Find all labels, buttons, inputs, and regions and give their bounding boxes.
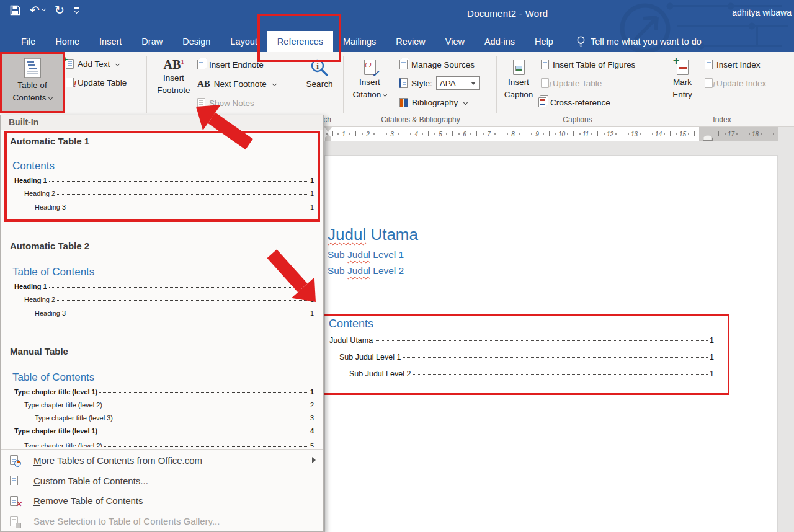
save-selection-icon xyxy=(10,516,18,526)
manage-sources-button[interactable]: Manage Sources xyxy=(399,58,475,71)
ruler-unit: 11 xyxy=(582,127,607,141)
insert-endnote-button[interactable]: Insert Endnote xyxy=(197,58,264,71)
redo-icon[interactable]: ↻ xyxy=(55,4,65,16)
ruler-unit: 18 xyxy=(752,127,776,141)
ribbon-tabs: File Home Insert Draw Design Layout Refe… xyxy=(11,31,708,52)
doc-toc-entry[interactable]: Sub Judul Level 21 xyxy=(349,370,714,378)
ruler-unit: 7 xyxy=(486,127,510,141)
update-index-button[interactable]: ! Update Index xyxy=(705,76,766,90)
style-icon xyxy=(399,78,408,88)
tab-references[interactable]: References xyxy=(267,31,333,52)
menu-item-more-tables-officecom[interactable]: More Tables of Contents from Office.com xyxy=(1,450,323,471)
tab-add-ins[interactable]: Add-ins xyxy=(475,31,525,52)
undo-dropdown-icon[interactable] xyxy=(42,7,46,11)
ruler-unit: 3 xyxy=(389,127,413,141)
user-name: adhitya wibawa xyxy=(732,7,792,17)
insert-footnote-button[interactable]: AB1 Insert Footnote xyxy=(153,55,195,95)
add-text-icon: + xyxy=(66,59,74,69)
tab-draw[interactable]: Draw xyxy=(132,31,172,52)
quick-access-toolbar: ↶ ↻ xyxy=(10,4,79,16)
insert-table-of-figures-button[interactable]: Insert Table of Figures xyxy=(541,58,635,71)
ruler-unit: 6 xyxy=(462,127,486,141)
insert-index-button[interactable]: Insert Index xyxy=(705,58,761,71)
save-icon[interactable] xyxy=(10,5,20,16)
doc-heading-2[interactable]: Sub Judul Level 1 xyxy=(328,249,404,260)
chevron-down-icon xyxy=(272,81,277,86)
menu-item-remove-table-of-contents[interactable]: ✕ Remove Table of Contents xyxy=(1,491,323,512)
horizontal-ruler: 123456789101112131415161718 xyxy=(324,127,778,141)
doc-toc-entry[interactable]: Sub Judul Level 11 xyxy=(339,353,714,361)
menu-item-custom-table-of-contents[interactable]: Custom Table of Contents... xyxy=(1,471,323,491)
doc-toc-entry[interactable]: Judul Utama1 xyxy=(329,336,714,345)
style-combobox[interactable]: APA xyxy=(436,76,480,90)
tab-help[interactable]: Help xyxy=(525,31,563,52)
ruler-unit: 9 xyxy=(534,127,558,141)
tab-mailings[interactable]: Mailings xyxy=(333,31,386,52)
insert-citation-button[interactable]: (−) ✓ Insert Citation xyxy=(347,55,392,100)
dropdown-separator xyxy=(1,449,323,450)
bibliography-icon xyxy=(399,98,408,107)
tab-layout[interactable]: Layout xyxy=(220,31,267,52)
dropdown-header: Built-In xyxy=(1,115,323,130)
tab-insert[interactable]: Insert xyxy=(89,31,132,52)
menu-item-save-selection-to-gallery[interactable]: Save Selection to Table of Contents Gall… xyxy=(1,511,323,531)
document-page[interactable]: Judul Utama Sub Judul Level 1 Sub Judul … xyxy=(324,155,778,532)
add-text-button[interactable]: + Add Text xyxy=(66,57,119,71)
group-divider xyxy=(297,56,297,113)
ruler-unit: 12 xyxy=(607,127,631,141)
show-notes-button[interactable]: Show Notes xyxy=(197,96,254,110)
insert-table-of-figures-icon xyxy=(541,60,549,69)
clipped-gallery-line: Type chapter title (level 2)5 xyxy=(1,441,323,447)
group-label-citations: Citations & Bibliography xyxy=(345,115,496,124)
word-window: ↶ ↻ Document2 - Word adhitya wibawa File… xyxy=(0,0,794,532)
lightbulb-icon xyxy=(577,36,585,48)
undo-button[interactable]: ↶ xyxy=(30,4,45,16)
insert-endnote-icon xyxy=(197,60,205,69)
left-indent-marker[interactable] xyxy=(325,138,331,141)
cross-reference-icon xyxy=(538,97,546,107)
manage-sources-icon xyxy=(399,60,408,69)
dropdown-menu: More Tables of Contents from Office.com … xyxy=(1,450,323,531)
group-divider xyxy=(659,56,659,113)
bibliography-button[interactable]: Bibliography xyxy=(399,95,467,109)
table-of-contents-button[interactable]: Table of Contents xyxy=(1,53,63,112)
custom-toc-icon xyxy=(10,476,18,485)
ruler-unit: 4 xyxy=(413,127,437,141)
tab-review[interactable]: Review xyxy=(386,31,435,52)
customize-quick-access-icon[interactable] xyxy=(74,7,79,13)
tab-design[interactable]: Design xyxy=(172,31,220,52)
mark-entry-button[interactable]: + Mark Entry xyxy=(665,55,700,100)
group-divider xyxy=(343,56,344,113)
tab-view[interactable]: View xyxy=(435,31,475,52)
svg-text:i: i xyxy=(316,61,319,71)
submenu-arrow-icon xyxy=(312,457,316,463)
update-index-icon: ! xyxy=(705,78,713,88)
table-of-contents-icon xyxy=(24,58,41,78)
update-table-captions-button[interactable]: ! Update Table xyxy=(541,76,602,90)
insert-caption-icon xyxy=(513,60,525,75)
chevron-down-icon xyxy=(463,100,468,104)
ruler-unit: 2 xyxy=(365,127,389,141)
doc-heading-1[interactable]: Judul Utama xyxy=(328,225,418,244)
insert-caption-button[interactable]: Insert Caption xyxy=(500,55,537,100)
toc-button-label-1: Table of xyxy=(17,81,47,91)
chevron-down-icon xyxy=(383,92,387,97)
chevron-down-icon xyxy=(115,61,120,66)
doc-toc-title[interactable]: Contents xyxy=(329,317,373,330)
remove-toc-icon: ✕ xyxy=(10,496,18,506)
tell-me-label: Tell me what you want to do xyxy=(591,31,702,52)
tab-file[interactable]: File xyxy=(11,31,45,52)
tab-home[interactable]: Home xyxy=(45,31,89,52)
ruler-unit: 8 xyxy=(510,127,534,141)
spellcheck-squiggle: Judul xyxy=(347,265,370,276)
next-footnote-button[interactable]: AB Next Footnote xyxy=(197,77,276,91)
update-table-button[interactable]: ! Update Table xyxy=(66,76,127,89)
update-table-captions-icon: ! xyxy=(541,78,549,88)
cross-reference-button[interactable]: Cross-reference xyxy=(538,95,610,109)
ruler-unit: 5 xyxy=(437,127,462,141)
group-divider xyxy=(146,56,147,113)
tell-me-box[interactable]: Tell me what you want to do xyxy=(571,31,708,52)
combo-arrow-icon[interactable] xyxy=(471,82,476,85)
doc-heading-3[interactable]: Sub Judul Level 2 xyxy=(328,265,404,277)
search-button[interactable]: i Search xyxy=(299,55,340,89)
